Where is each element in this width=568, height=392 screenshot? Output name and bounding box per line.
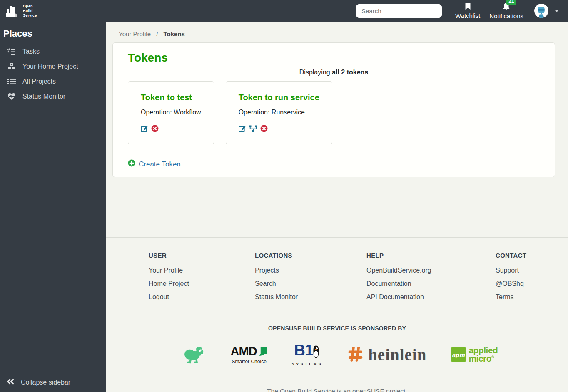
footer-link-your-profile[interactable]: Your Profile [149,267,255,274]
b1-systems-label: SYSTEMS [292,362,323,366]
footer-tagline: The Open Build Service is an openSUSE pr… [106,387,568,392]
footer-heading: USER [149,252,255,259]
b1-penguin [311,343,321,361]
sidebar: Open Build Service Places Tasks [0,0,106,392]
token-card-runservice: Token to run service Operation: Runservi… [226,81,332,144]
double-chevron-left-icon [7,378,15,387]
amd-arrow-mark [258,347,268,356]
sidebar-item-home-project[interactable]: Your Home Project [0,59,106,74]
b1-systems-logo[interactable]: B1 SYSTEMS [292,343,323,366]
footer-col-contact: CONTACT Support @OBShq Terms [496,252,568,307]
sidebar-places-heading: Places [0,22,106,44]
token-list: Token to test Operation: Workflow [128,81,540,144]
sidebar-item-label: Tasks [22,48,40,55]
page-title: Tokens [128,51,540,65]
heinlein-hash-mark [347,345,364,364]
cubes-icon [7,63,16,70]
footer-link-obshq[interactable]: @OBShq [496,280,568,287]
footer-link-support[interactable]: Support [496,267,568,274]
bookmark-icon [465,2,471,11]
footer-link-terms[interactable]: Terms [496,293,568,300]
sponsor-logos: AMD Smarter Choice B1 [106,342,568,367]
amd-tagline: Smarter Choice [232,359,266,365]
apm-badge: apm [451,347,466,362]
footer-heading: LOCATIONS [255,252,366,259]
create-token-button[interactable]: Create Token [128,159,181,169]
search-input[interactable] [356,4,442,18]
list-check-icon [7,48,16,55]
sponsored-heading: OPENSUSE BUILD SERVICE IS SPONSORED BY [106,325,568,332]
footer-col-locations: LOCATIONS Projects Search Status Monitor [255,252,366,307]
main-content: Your Profile / Tokens Tokens Displaying … [106,22,568,392]
footer-link-api-documentation[interactable]: API Documentation [366,293,496,300]
footer-link-documentation[interactable]: Documentation [366,280,496,287]
footer-link-logout[interactable]: Logout [149,293,255,300]
footer-link-projects[interactable]: Projects [255,267,366,274]
token-card-test: Token to test Operation: Workflow [128,81,214,144]
delete-token-button[interactable] [151,125,159,132]
sidebar-item-all-projects[interactable]: All Projects [0,74,106,89]
brand-name: Open Build Service [23,4,37,17]
footer: USER Your Profile Home Project Logout LO… [106,237,568,392]
opensuse-chameleon-logo[interactable] [177,345,207,365]
applied-micro-wordmark: applied micro® [468,346,498,363]
sidebar-item-tasks[interactable]: Tasks [0,44,106,59]
heart-pulse-icon [7,93,16,100]
list-icon [7,78,16,85]
b1-wordmark: B1 [294,343,313,357]
breadcrumb-your-profile[interactable]: Your Profile [119,30,151,37]
create-token-label: Create Token [139,160,181,169]
notifications-count-badge: 21 [506,0,516,5]
notifications-label: Notifications [489,12,523,20]
token-link[interactable]: Token to test [141,93,201,102]
token-operation: Operation: Runservice [239,109,319,116]
amd-logo[interactable]: AMD Smarter Choice [231,345,268,365]
breadcrumb-current: Tokens [164,30,185,37]
footer-link-openbuildservice[interactable]: OpenBuildService.org [366,267,496,274]
chevron-down-icon [555,10,559,12]
sidebar-item-label: Your Home Project [22,63,78,70]
plus-circle-icon [128,159,135,169]
displaying-status: Displaying all 2 tokens [128,69,540,76]
amd-wordmark: AMD [231,345,257,358]
sidebar-nav: Tasks Your Home Project All [0,44,106,104]
collapse-sidebar-button[interactable]: Collapse sidebar [0,373,106,392]
trigger-token-button[interactable] [249,125,257,132]
watchlist-label: Watchlist [455,12,480,19]
token-link[interactable]: Token to run service [239,93,319,102]
applied-micro-logo[interactable]: apm applied micro® [451,346,498,363]
footer-col-user: USER Your Profile Home Project Logout [149,252,255,307]
avatar [534,4,548,18]
heinlein-logo[interactable]: heinlein [347,345,426,364]
edit-token-button[interactable] [239,125,246,132]
sidebar-item-label: All Projects [22,78,56,85]
heinlein-wordmark: heinlein [368,345,426,364]
footer-heading: CONTACT [496,252,568,259]
footer-link-status-monitor[interactable]: Status Monitor [255,293,366,300]
delete-token-button[interactable] [260,125,268,132]
breadcrumb: Your Profile / Tokens [106,22,568,42]
collapse-sidebar-label: Collapse sidebar [21,379,70,386]
tokens-panel: Tokens Displaying all 2 tokens Token to … [112,42,555,177]
user-menu[interactable] [534,4,559,18]
sidebar-item-status-monitor[interactable]: Status Monitor [0,89,106,104]
token-operation: Operation: Workflow [141,109,201,116]
brand-logo[interactable]: Open Build Service [0,0,106,22]
footer-link-home-project[interactable]: Home Project [149,280,255,287]
notifications-button[interactable]: 21 Notifications [489,2,523,20]
footer-col-help: HELP OpenBuildService.org Documentation … [366,252,496,307]
obs-factory-icon [4,3,20,20]
sidebar-item-label: Status Monitor [22,93,65,100]
footer-columns: USER Your Profile Home Project Logout LO… [149,238,568,307]
watchlist-button[interactable]: Watchlist [455,2,480,19]
breadcrumb-separator: / [156,30,158,37]
footer-link-search[interactable]: Search [255,280,366,287]
footer-heading: HELP [366,252,496,259]
edit-token-button[interactable] [141,125,148,132]
